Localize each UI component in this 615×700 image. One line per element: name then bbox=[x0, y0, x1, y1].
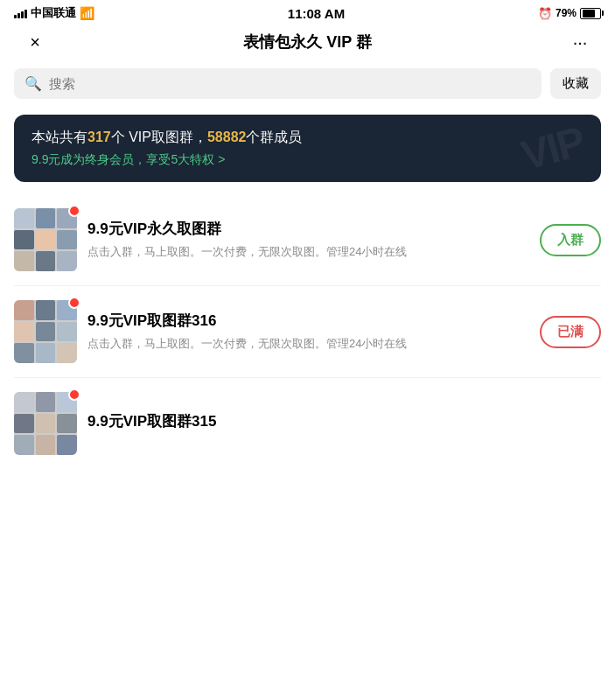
group-info-1: 9.9元VIP永久取图群 点击入群，马上取图。一次付费，无限次取图。管理24小时… bbox=[87, 219, 529, 261]
avatar-cell bbox=[14, 414, 34, 434]
notification-dot-2 bbox=[68, 297, 80, 309]
group-item-3[interactable]: 9.9元VIP取图群315 bbox=[14, 378, 601, 462]
group-name-2: 9.9元VIP取图群316 bbox=[87, 311, 529, 331]
search-icon: 🔍 bbox=[24, 75, 42, 92]
avatar-cell bbox=[36, 322, 56, 342]
group-avatar-3 bbox=[14, 392, 77, 455]
carrier-label: 中国联通 bbox=[31, 5, 76, 21]
avatar-cell bbox=[14, 251, 34, 271]
banner-suffix1: 个 VIP取图群， bbox=[111, 130, 207, 144]
avatar-cell bbox=[14, 300, 34, 320]
wifi-icon: 📶 bbox=[80, 6, 94, 20]
collect-button[interactable]: 收藏 bbox=[550, 68, 601, 99]
avatar-cell bbox=[57, 251, 77, 271]
group-info-3: 9.9元VIP取图群315 bbox=[87, 411, 601, 436]
more-button[interactable]: ··· bbox=[563, 32, 598, 52]
avatar-cell bbox=[14, 343, 34, 363]
banner-prefix: 本站共有 bbox=[31, 130, 87, 144]
vip-banner[interactable]: VIP 本站共有317个 VIP取图群，58882个群成员 9.9元成为终身会员… bbox=[14, 115, 601, 182]
status-bar: 中国联通 📶 11:08 AM ⏰ 79% bbox=[0, 0, 615, 24]
group-desc-1: 点击入群，马上取图。一次付费，无限次取图。管理24小时在线 bbox=[87, 243, 529, 261]
signal-icon bbox=[14, 8, 27, 18]
avatar-cell bbox=[14, 322, 34, 342]
group-name-3: 9.9元VIP取图群315 bbox=[87, 411, 601, 431]
full-button-2[interactable]: 已满 bbox=[540, 316, 601, 348]
group-avatar-wrap-1 bbox=[14, 208, 77, 271]
avatar-cell bbox=[36, 208, 56, 228]
avatar-cell bbox=[57, 322, 77, 342]
avatar-cell bbox=[36, 300, 56, 320]
banner-suffix2: 个群成员 bbox=[246, 130, 302, 144]
notification-dot-3 bbox=[68, 388, 80, 401]
group-item-1[interactable]: 9.9元VIP永久取图群 点击入群，马上取图。一次付费，无限次取图。管理24小时… bbox=[14, 194, 601, 286]
search-box[interactable]: 🔍 bbox=[14, 68, 542, 99]
group-name-1: 9.9元VIP永久取图群 bbox=[87, 219, 529, 239]
avatar-cell bbox=[36, 251, 56, 271]
avatar-cell bbox=[14, 435, 34, 455]
group-avatar-2 bbox=[14, 300, 77, 363]
join-button-1[interactable]: 入群 bbox=[540, 224, 601, 256]
status-left: 中国联通 📶 bbox=[14, 5, 94, 21]
avatar-cell bbox=[57, 414, 77, 434]
avatar-cell bbox=[57, 435, 77, 455]
avatar-cell bbox=[57, 343, 77, 363]
page-title: 表情包永久 VIP 群 bbox=[52, 32, 563, 52]
nav-bar: × 表情包永久 VIP 群 ··· bbox=[0, 24, 615, 61]
avatar-cell bbox=[14, 208, 34, 228]
group-avatar-wrap-3 bbox=[14, 392, 77, 455]
battery-icon bbox=[580, 8, 601, 19]
avatar-cell bbox=[36, 230, 56, 250]
group-avatar-1 bbox=[14, 208, 77, 271]
avatar-cell bbox=[36, 435, 56, 455]
group-list: 9.9元VIP永久取图群 点击入群，马上取图。一次付费，无限次取图。管理24小时… bbox=[0, 194, 615, 462]
group-avatar-wrap-2 bbox=[14, 300, 77, 363]
avatar-cell bbox=[14, 392, 34, 412]
avatar-cell bbox=[14, 230, 34, 250]
banner-member-count: 58882 bbox=[207, 130, 247, 144]
status-right: ⏰ 79% bbox=[538, 7, 601, 20]
banner-sub-text[interactable]: 9.9元成为终身会员，享受5大特权 > bbox=[31, 152, 584, 168]
group-info-2: 9.9元VIP取图群316 点击入群，马上取图。一次付费，无限次取图。管理24小… bbox=[87, 311, 529, 353]
banner-count: 317 bbox=[87, 130, 111, 144]
group-desc-2: 点击入群，马上取图。一次付费，无限次取图。管理24小时在线 bbox=[87, 335, 529, 353]
notification-dot-1 bbox=[68, 205, 80, 217]
alarm-icon: ⏰ bbox=[538, 7, 552, 20]
avatar-cell bbox=[36, 392, 56, 412]
battery-percent: 79% bbox=[556, 7, 577, 19]
search-row: 🔍 收藏 bbox=[0, 61, 615, 106]
banner-main-text: 本站共有317个 VIP取图群，58882个群成员 bbox=[31, 129, 584, 147]
avatar-cell bbox=[36, 414, 56, 434]
avatar-cell bbox=[57, 230, 77, 250]
group-item-2[interactable]: 9.9元VIP取图群316 点击入群，马上取图。一次付费，无限次取图。管理24小… bbox=[14, 286, 601, 378]
close-button[interactable]: × bbox=[17, 32, 52, 52]
status-time: 11:08 AM bbox=[288, 6, 345, 21]
search-input[interactable] bbox=[49, 76, 531, 91]
avatar-cell bbox=[36, 343, 56, 363]
